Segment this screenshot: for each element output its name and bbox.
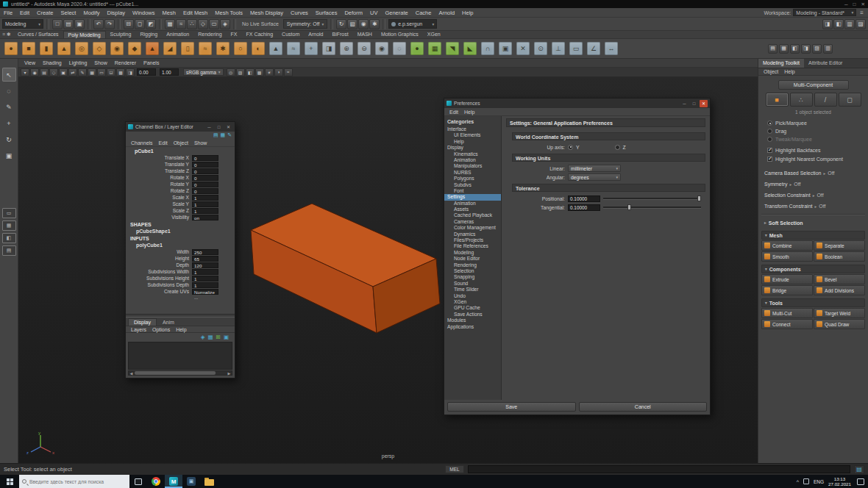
poly-cylinder-icon[interactable]: ▮ — [40, 42, 53, 55]
preferences-category[interactable]: Applications — [444, 324, 501, 330]
channel-value-field[interactable]: 1 — [192, 208, 218, 214]
poly-pyramid-icon[interactable]: ▲ — [146, 42, 159, 55]
preferences-category[interactable]: Undo — [444, 293, 501, 299]
shelf-tab[interactable]: FX — [227, 31, 242, 38]
checkbox-row[interactable]: Highlight Backfaces — [761, 146, 865, 154]
menu-item[interactable]: Windows — [129, 10, 158, 16]
shelf-right-icon-1[interactable]: ▤ — [768, 44, 778, 54]
shelf-tab[interactable]: Custom — [277, 31, 304, 38]
multi-cut-icon[interactable]: ✕ — [516, 42, 530, 55]
color-space-selector[interactable]: sRGB gamma ▾ — [183, 68, 224, 76]
symmetry-selector[interactable]: Symmetry: Off ▾ — [283, 19, 327, 29]
undo-icon[interactable]: ↶ — [93, 19, 104, 29]
viewport-menu-item[interactable]: Renderer — [112, 60, 139, 65]
preferences-category[interactable]: Save Actions — [444, 312, 501, 317]
angular-units-dropdown[interactable]: degrees ▾ — [568, 173, 621, 181]
channel-value-field[interactable]: on — [192, 215, 218, 220]
search-input[interactable] — [29, 479, 127, 484]
menu-item[interactable]: Edit — [16, 10, 33, 16]
toolkit-option-row[interactable]: Symmetry ▸ Off — [761, 179, 865, 190]
poly-platonic-icon[interactable]: ◆ — [128, 42, 141, 55]
lock-camera-icon[interactable]: ◉ — [30, 68, 39, 76]
viewport-menu-item[interactable]: Shading — [40, 60, 65, 65]
poly-prism-icon[interactable]: ◢ — [163, 42, 177, 55]
account-selector[interactable]: e.p.sergun ▾ — [388, 19, 437, 29]
channel-label[interactable]: Translate Z — [127, 168, 192, 173]
cancel-button[interactable]: Cancel — [579, 402, 708, 412]
channel-value-field[interactable]: 0 — [192, 162, 218, 168]
shape-node-name[interactable]: pCubeShape1 — [126, 228, 235, 234]
poly-helix-icon[interactable]: ≈ — [199, 42, 212, 55]
open-scene-icon[interactable]: ▤ — [63, 19, 74, 29]
preferences-category[interactable]: Cached Playback — [444, 212, 501, 218]
select-tool[interactable]: ↖ — [2, 68, 16, 82]
layer-editor-menu-item[interactable]: Layers — [129, 327, 149, 332]
preferences-category[interactable]: Modules — [444, 317, 501, 323]
action-center-icon[interactable] — [857, 478, 864, 485]
channel-label[interactable]: Width — [127, 249, 192, 254]
select-by-component-icon[interactable]: ◩ — [146, 19, 156, 29]
preferences-category[interactable]: Settings — [444, 194, 501, 200]
image-plane-icon[interactable]: ▣ — [59, 68, 68, 76]
lasso-tool[interactable]: ◌ — [2, 84, 16, 98]
preferences-category[interactable]: Font — [444, 188, 501, 194]
close-button[interactable]: ✕ — [224, 123, 232, 131]
shelf-tab[interactable]: FX Caching — [242, 31, 278, 38]
poly-super-ellipse-icon[interactable]: ◐ — [252, 42, 265, 55]
scrollbar-thumb[interactable] — [135, 371, 216, 375]
render-current-frame-icon[interactable]: ◉ — [358, 19, 369, 29]
channel-box-menu-item[interactable]: Edit — [157, 140, 170, 146]
channel-value-field[interactable]: 0 — [192, 182, 218, 187]
persp-outliner-layout-button[interactable]: ◧ — [2, 233, 16, 243]
components-section-header[interactable]: ▾ Components — [761, 265, 865, 273]
minimize-button[interactable]: ─ — [205, 123, 213, 131]
preferences-category[interactable]: Sound — [444, 281, 501, 287]
snap-to-projected-center-icon[interactable]: ◇ — [198, 19, 208, 29]
shelf-right-icon-6[interactable]: ▥ — [823, 44, 833, 54]
menu-item[interactable]: Create — [33, 10, 57, 16]
toolkit-option-row[interactable]: Transform Constraint ▸ Off — [761, 201, 865, 212]
poly-cube-icon[interactable]: ■ — [22, 42, 35, 55]
preferences-category[interactable]: Interface — [444, 126, 501, 132]
snap-to-curve-icon[interactable]: ≈ — [176, 19, 186, 29]
expand-arrow-icon[interactable]: ▸ — [823, 171, 825, 176]
preferences-category[interactable]: XGen — [444, 299, 501, 305]
menu-set-selector[interactable]: Modeling ▾ — [2, 19, 43, 29]
layer-editor-tab[interactable]: Anim — [157, 319, 179, 326]
toolkit-option-row[interactable]: Camera Based Selection ▸ Off — [761, 168, 865, 179]
boolean-union-icon[interactable]: ◉ — [375, 42, 388, 55]
paint-select-tool[interactable]: ✎ — [2, 100, 16, 114]
preferences-category[interactable]: Help — [444, 139, 501, 145]
separate-button[interactable]: Separate — [814, 240, 865, 251]
field-chart-icon[interactable]: ◨ — [126, 68, 135, 76]
preferences-category[interactable]: Selection — [444, 268, 501, 274]
exposure-field[interactable]: 0.00 — [137, 68, 156, 76]
create-layer-from-selected-icon[interactable]: ⊞ — [216, 334, 221, 340]
shelf-tab[interactable]: Rendering — [193, 31, 226, 38]
shelf-tab[interactable]: Motion Graphics — [377, 31, 423, 38]
grab-sculpt-icon[interactable]: + — [305, 42, 318, 55]
gate-mask-icon[interactable]: ▩ — [116, 68, 125, 76]
bevel-button[interactable]: Bevel — [814, 274, 865, 284]
selected-node-name[interactable]: pCube1 — [126, 147, 235, 154]
menu-item[interactable]: Arnold — [435, 10, 458, 16]
channel-value-field[interactable]: 1 — [192, 201, 218, 207]
preferences-category[interactable]: Animation — [444, 157, 501, 163]
sculpt-tool-icon[interactable]: ▲ — [269, 42, 282, 55]
tangential-value-field[interactable]: 0.10000 — [568, 204, 600, 211]
poly-sphere-icon[interactable]: ● — [4, 42, 18, 55]
toolkit-menu-item[interactable]: Help — [782, 69, 797, 74]
menu-item[interactable]: Select — [57, 10, 80, 16]
connect-icon[interactable]: ⊥ — [552, 42, 565, 55]
preferences-category[interactable]: Snapping — [444, 274, 501, 280]
shelf-tab[interactable]: Arnold — [304, 31, 327, 38]
menu-item[interactable]: Surfaces — [312, 10, 341, 16]
menu-item[interactable]: Mesh Tools — [211, 10, 246, 16]
menu-item[interactable]: Cache — [412, 10, 435, 16]
scroll-right-icon[interactable]: ▶ — [227, 371, 232, 376]
render-settings-icon[interactable]: ✱ — [369, 19, 380, 29]
channel-value-field[interactable]: 1 — [192, 276, 218, 281]
taskbar-search[interactable] — [19, 475, 129, 488]
film-gate-icon[interactable]: ▭ — [97, 68, 106, 76]
render-view-icon[interactable]: ▧ — [347, 19, 357, 29]
